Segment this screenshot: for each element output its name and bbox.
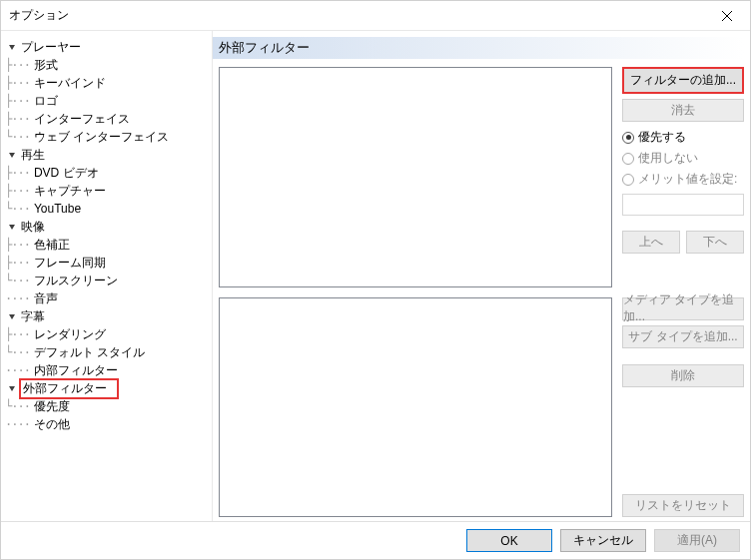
content-pane: 外部フィルター フィルターの追加... 消去 優先する — [213, 31, 750, 521]
tree-item-webinterface[interactable]: ウェブ インターフェイス — [32, 129, 171, 146]
tree-item-external-filter[interactable]: 外部フィルター — [5, 380, 208, 396]
radio-dontuse[interactable]: 使用しない — [622, 150, 744, 167]
tree-item-rendering[interactable]: レンダリング — [32, 326, 108, 343]
tree-item-defaultstyle[interactable]: デフォルト スタイル — [32, 344, 147, 361]
remove-filter-button[interactable]: 消去 — [622, 99, 744, 122]
section-header: 外部フィルター — [213, 37, 744, 59]
titlebar: オプション — [1, 1, 750, 31]
tree-item-fullscreen[interactable]: フルスクリーン — [32, 273, 120, 289]
delete-type-button[interactable]: 削除 — [622, 364, 744, 387]
chevron-down-icon[interactable] — [5, 40, 19, 54]
tree-item-capture[interactable]: キャプチャー — [32, 183, 108, 200]
options-dialog: オプション プレーヤー ├···形式 ├···キーバインド ├···ロゴ ├··… — [0, 0, 751, 560]
radio-merit[interactable]: メリット値を設定: — [622, 171, 744, 188]
chevron-down-icon[interactable] — [5, 220, 19, 234]
merit-value-input[interactable] — [622, 194, 744, 216]
close-button[interactable] — [704, 1, 750, 31]
tree-item-youtube[interactable]: YouTube — [32, 202, 83, 216]
tree-item-video[interactable]: 映像 — [5, 219, 208, 235]
tree-item-interface[interactable]: インターフェイス — [32, 111, 132, 128]
tree-item-player[interactable]: プレーヤー — [5, 39, 208, 55]
tree-item-framesync[interactable]: フレーム同期 — [32, 255, 108, 272]
add-sub-type-button[interactable]: サブ タイプを追加... — [622, 325, 744, 348]
tree-item-other[interactable]: その他 — [32, 416, 72, 433]
tree-item-internal-filter[interactable]: 内部フィルター — [32, 362, 120, 379]
tree-item-format[interactable]: 形式 — [32, 57, 60, 74]
add-filter-button[interactable]: フィルターの追加... — [622, 67, 744, 94]
window-title: オプション — [9, 7, 704, 24]
chevron-down-icon[interactable] — [5, 381, 19, 395]
tree-item-dvd[interactable]: DVD ビデオ — [32, 165, 101, 182]
add-media-type-button[interactable]: メディア タイプを追加... — [622, 297, 744, 320]
tree-item-keybind[interactable]: キーバインド — [32, 75, 108, 92]
dialog-body: プレーヤー ├···形式 ├···キーバインド ├···ロゴ ├···インターフ… — [1, 31, 750, 521]
cancel-button[interactable]: キャンセル — [560, 529, 646, 552]
chevron-down-icon[interactable] — [5, 148, 19, 162]
radio-icon — [622, 174, 634, 186]
chevron-down-icon[interactable] — [5, 309, 19, 323]
category-tree[interactable]: プレーヤー ├···形式 ├···キーバインド ├···ロゴ ├···インターフ… — [1, 31, 213, 521]
tree-item-audio[interactable]: 音声 — [32, 290, 60, 307]
radio-prefer[interactable]: 優先する — [622, 129, 744, 146]
tree-item-priority[interactable]: 優先度 — [32, 398, 72, 415]
tree-item-logo[interactable]: ロゴ — [32, 93, 60, 110]
move-down-button[interactable]: 下へ — [686, 231, 744, 254]
tree-item-colorcorrect[interactable]: 色補正 — [32, 237, 72, 254]
apply-button[interactable]: 適用(A) — [654, 529, 740, 552]
tree-item-playback[interactable]: 再生 — [5, 147, 208, 163]
radio-icon — [622, 132, 634, 144]
radio-icon — [622, 153, 634, 165]
close-icon — [722, 11, 732, 21]
tree-item-subtitle[interactable]: 字幕 — [5, 308, 208, 324]
move-up-button[interactable]: 上へ — [622, 231, 680, 254]
dialog-footer: OK キャンセル 適用(A) — [1, 521, 750, 559]
reset-list-button[interactable]: リストをリセット — [622, 494, 744, 517]
ok-button[interactable]: OK — [466, 529, 552, 552]
filter-list[interactable] — [219, 67, 612, 287]
type-list[interactable] — [219, 297, 612, 518]
